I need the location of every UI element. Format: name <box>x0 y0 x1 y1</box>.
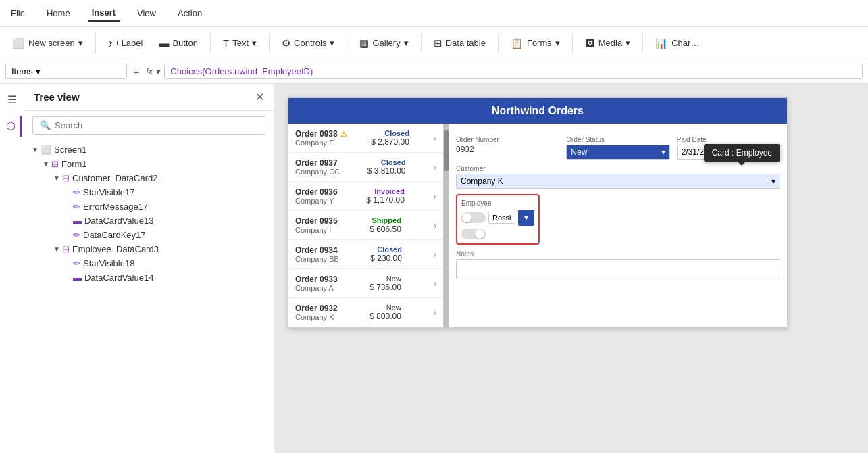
order-item-0934[interactable]: Order 0934 Company BB Closed $ 230.00 › <box>288 240 443 269</box>
equals-sign: = <box>131 66 142 77</box>
data-table-button[interactable]: ⊞ Data table <box>427 34 492 53</box>
tree-node-employee-dc3[interactable]: ▼ ⊟ Employee_DataCard3 <box>24 242 274 256</box>
gallery-button[interactable]: ▦ Gallery ▾ <box>353 34 415 53</box>
customer-label: Customer <box>456 165 780 172</box>
order-info: Order 0934 Company BB <box>295 245 339 263</box>
forms-button[interactable]: 📋 Forms ▾ <box>504 34 567 53</box>
order-company: Company K <box>295 313 338 321</box>
text-button[interactable]: T Text ▾ <box>216 34 263 52</box>
controls-icon: ⚙ <box>282 37 290 49</box>
divider-8 <box>642 34 643 53</box>
order-item-0935[interactable]: Order 0935 Company I Shipped $ 606.50 › <box>288 211 443 240</box>
order-number: Order 0932 <box>295 304 338 313</box>
chart-button[interactable]: 📊 Char… <box>648 34 706 53</box>
node-label-errormessage17: ErrorMessage17 <box>83 201 148 212</box>
order-amount: $ 3,810.00 <box>367 166 406 176</box>
node-label-employee-dc3: Employee_DataCard3 <box>72 244 159 254</box>
order-info: Order 0932 Company K <box>295 304 338 321</box>
datacard-icon: ⊟ <box>62 244 70 254</box>
order-item-0938[interactable]: Order 0938 ⚠ Company F Closed $ 2,870.00… <box>288 124 443 153</box>
tree-node-form1[interactable]: ▼ ⊞ Form1 <box>24 157 274 171</box>
label-icon: 🏷 <box>108 37 118 49</box>
chart-icon: 📊 <box>655 37 668 49</box>
tree-node-starvisible17[interactable]: ✏ StarVisible17 <box>24 185 274 199</box>
order-status: Closed <box>367 158 406 166</box>
chevron-right-icon: › <box>433 191 436 201</box>
label-icon: ▬ <box>73 216 82 226</box>
menu-view[interactable]: View <box>133 5 160 21</box>
edit-icon: ✏ <box>73 258 80 268</box>
notes-input[interactable] <box>456 259 780 279</box>
order-item-0932[interactable]: Order 0932 Company K New $ 800.00 › <box>288 298 443 327</box>
expand-icon: ▼ <box>41 160 51 168</box>
order-status: Closed <box>370 245 402 254</box>
tree-title: Tree view <box>34 91 80 103</box>
order-status-field: Order Status New ▾ <box>566 136 669 160</box>
formula-bar: Items ▾ = fx ▾ <box>0 59 868 84</box>
customer-select[interactable]: Company K ▾ <box>456 174 780 189</box>
menu-toggle-icon[interactable]: ☰ <box>3 89 21 110</box>
search-box: 🔍 <box>32 116 265 135</box>
notes-label: Notes <box>456 250 780 258</box>
order-number: Order 0935 <box>295 216 338 226</box>
order-item-0937[interactable]: Order 0937 Company CC Closed $ 3,810.00 … <box>288 153 443 182</box>
menu-action[interactable]: Action <box>174 5 206 21</box>
menu-insert[interactable]: Insert <box>88 5 120 22</box>
order-item-0933[interactable]: Order 0933 Company A New $ 736.00 › <box>288 269 443 298</box>
list-scrollbar[interactable] <box>444 124 449 327</box>
tree-node-datacardvalue13[interactable]: ▬ DataCardValue13 <box>24 214 274 228</box>
employee-row-1: Rossi ▾ <box>461 210 534 226</box>
controls-button[interactable]: ⚙ Controls ▾ <box>275 34 341 53</box>
screen-icon: ⬜ <box>41 145 51 155</box>
button-button[interactable]: ▬ Button <box>152 34 205 52</box>
search-input[interactable] <box>55 120 258 130</box>
orders-list: Order 0938 ⚠ Company F Closed $ 2,870.00… <box>288 124 444 327</box>
tree-node-starvisible18[interactable]: ✏ StarVisible18 <box>24 256 274 270</box>
tree-node-customer-dc2[interactable]: ▼ ⊟ Customer_DataCard2 <box>24 171 274 185</box>
expand-icon: ▼ <box>51 174 62 182</box>
formula-input[interactable] <box>164 64 863 79</box>
node-label-starvisible18: StarVisible18 <box>83 258 134 268</box>
employee-dropdown-button[interactable]: ▾ <box>518 210 534 226</box>
tree-node-datacardvalue14[interactable]: ▬ DataCardValue14 <box>24 270 274 285</box>
datacard-icon: ⊟ <box>62 173 70 183</box>
order-status-select[interactable]: New ▾ <box>566 145 669 160</box>
orders-list-wrapper: Order 0938 ⚠ Company F Closed $ 2,870.00… <box>288 124 449 327</box>
expand-icon: ▼ <box>51 245 62 253</box>
employee-toggle-1[interactable] <box>461 212 486 223</box>
employee-value[interactable]: Rossi <box>488 212 515 224</box>
new-screen-button[interactable]: ⬜ New screen ▾ <box>5 34 90 53</box>
expand-icon: ▼ <box>30 146 41 153</box>
canvas-area: Northwind Orders Order 0938 ⚠ <box>274 84 868 453</box>
menu-bar: File Home Insert View Action <box>0 0 868 27</box>
scroll-thumb <box>444 130 449 171</box>
property-dropdown[interactable]: Items ▾ <box>5 64 127 79</box>
order-item-0936[interactable]: Order 0936 Company Y Invoiced $ 1,170.00… <box>288 182 443 211</box>
node-label-datacardvalue13: DataCardValue13 <box>84 216 153 226</box>
order-status-label: Order Status <box>566 136 669 143</box>
layers-icon[interactable]: ⬡ <box>2 116 22 137</box>
order-info: Order 0935 Company I <box>295 216 338 234</box>
toggle-knob-1 <box>462 213 471 222</box>
employee-toggle-2[interactable] <box>461 229 486 239</box>
tree-node-errormessage17[interactable]: ✏ ErrorMessage17 <box>24 199 274 214</box>
order-status: New <box>369 304 401 312</box>
label-icon: ▬ <box>73 272 82 283</box>
node-label-customer-dc2: Customer_DataCard2 <box>72 173 157 183</box>
tree-node-datacardkey17[interactable]: ✏ DataCardKey17 <box>24 228 274 242</box>
menu-file[interactable]: File <box>7 5 29 21</box>
media-button[interactable]: 🖼 Media ▾ <box>578 34 637 52</box>
label-button[interactable]: 🏷 Label <box>101 34 150 52</box>
menu-home[interactable]: Home <box>43 5 74 21</box>
chevron-right-icon: › <box>433 133 436 143</box>
toggle-knob-2 <box>475 229 484 239</box>
order-number-value: 0932 <box>456 145 559 154</box>
chevron-right-icon: › <box>433 220 436 231</box>
tree-node-screen1[interactable]: ▼ ⬜ Screen1 <box>24 143 274 157</box>
warning-icon: ⚠ <box>340 130 347 139</box>
tree-close-button[interactable]: ✕ <box>255 91 264 103</box>
edit-icon: ✏ <box>73 187 80 197</box>
customer-field: Customer Company K ▾ <box>456 165 780 189</box>
divider-4 <box>347 34 347 53</box>
node-label-form1: Form1 <box>61 159 87 169</box>
